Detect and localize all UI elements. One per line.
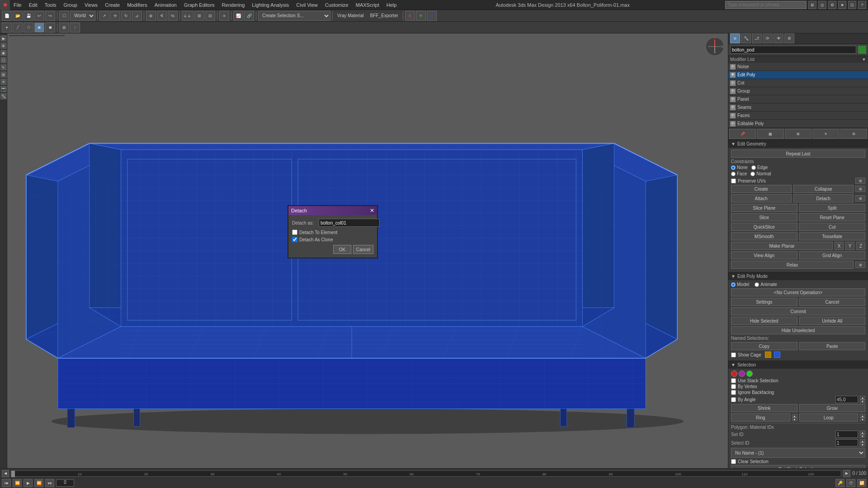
left-icon-1[interactable]: ▶ — [0, 35, 7, 42]
left-icon-3[interactable]: ◉ — [0, 50, 7, 56]
modifier-editable-poly[interactable]: 👁 Editable Poly — [728, 120, 868, 128]
timeline-next-btn[interactable]: ▶ — [843, 470, 850, 477]
menu-civil-view[interactable]: Civil View — [292, 0, 321, 10]
cot-vis-icon[interactable]: 👁 — [730, 80, 736, 86]
mod-light-btn[interactable]: ☀ — [812, 129, 839, 139]
percent-snap-btn[interactable]: % — [168, 11, 178, 21]
key-mode-btn[interactable]: 🔑 — [835, 479, 844, 487]
goto-end-btn[interactable]: ⏭ — [45, 479, 54, 487]
cage-color-swatch2[interactable] — [774, 352, 780, 358]
material-name-dropdown[interactable]: No Name - (1) — [731, 448, 865, 458]
slice-plane-btn[interactable]: Slice Plane — [731, 204, 797, 212]
copy-named-sel-btn[interactable]: Copy — [731, 342, 797, 350]
slice-btn[interactable]: Slice — [731, 213, 797, 221]
loop-btn2[interactable]: 🔁 — [857, 479, 866, 487]
menu-modifiers[interactable]: Modifiers — [123, 0, 151, 10]
preserve-uvs-settings-btn[interactable]: ⊞ — [855, 178, 865, 184]
mod-show2-btn[interactable]: ⊞ — [785, 129, 811, 139]
rotate-btn[interactable]: ↻ — [121, 11, 131, 21]
paste-named-sel-btn[interactable]: Paste — [799, 342, 866, 350]
show-cage-checkbox[interactable] — [731, 352, 736, 357]
msmooth-btn[interactable]: MSmooth — [731, 232, 797, 240]
utilities-tab-icon[interactable]: ⚙ — [784, 33, 794, 43]
hide-selected-btn[interactable]: Hide Selected — [731, 317, 797, 325]
x-axis-btn[interactable]: X — [405, 11, 415, 21]
detach-settings-btn[interactable]: ⊞ — [855, 195, 865, 202]
hide-unselected-btn[interactable]: Hide Unselected — [731, 326, 865, 334]
cage-color-swatch1[interactable] — [765, 352, 771, 358]
menu-edit[interactable]: Edit — [25, 0, 41, 10]
ribbon-btn[interactable]: ⊞ — [59, 23, 69, 33]
constraint-edge-radio[interactable] — [751, 165, 756, 170]
help-icon[interactable]: ? — [858, 1, 866, 9]
noise-vis-icon[interactable]: 👁 — [730, 64, 736, 70]
menu-group[interactable]: Group — [60, 0, 81, 10]
selection-title[interactable]: ▼ Selection — [728, 361, 868, 369]
create-selection-dropdown[interactable]: Create Selection S... — [258, 11, 330, 21]
left-icon-6[interactable]: ⊞ — [0, 71, 7, 78]
angle-snap-btn[interactable]: ∢ — [157, 11, 167, 21]
edit-geometry-title[interactable]: ▼ Edit Geometry — [728, 140, 868, 148]
timeline-prev-btn[interactable]: ◀ — [2, 470, 9, 477]
set-id-input[interactable] — [835, 431, 858, 438]
normal-btn[interactable]: ↑ — [70, 23, 80, 33]
detach-as-input[interactable] — [319, 219, 380, 227]
redo-btn[interactable]: ↪ — [45, 11, 55, 21]
mod-show-btn[interactable]: ▦ — [757, 129, 783, 139]
new-btn[interactable]: 📄 — [2, 11, 12, 21]
mirror-btn[interactable]: ⫝⫝ — [182, 11, 193, 21]
ring-up-btn[interactable]: ▲ — [792, 414, 797, 418]
frame-input[interactable]: 0 — [56, 479, 74, 487]
detach-as-clone-checkbox[interactable] — [292, 237, 297, 242]
grow-btn[interactable]: Grow — [799, 404, 866, 412]
menu-file[interactable]: File — [10, 0, 25, 10]
viewport[interactable]: [+] [Perspective] [Shaded] Total bolton_… — [7, 33, 728, 468]
sel-color-red[interactable] — [731, 371, 737, 377]
reset-plane-btn[interactable]: Reset Plane — [799, 213, 866, 221]
menu-customize[interactable]: Customize — [321, 0, 352, 10]
select-btn[interactable]: ↗ — [99, 11, 109, 21]
menu-lighting[interactable]: Lighting Analysis — [248, 0, 292, 10]
modifier-noise[interactable]: 👁 Noise — [728, 63, 868, 71]
angle-down-btn[interactable]: ▼ — [860, 399, 865, 403]
select-id-down-btn[interactable]: ▼ — [860, 443, 865, 446]
create-btn[interactable]: Create — [731, 185, 792, 193]
left-icon-5[interactable]: ✎ — [0, 64, 7, 70]
create-tab-icon[interactable]: ⊕ — [730, 33, 740, 43]
collapse-settings-btn[interactable]: ⊞ — [855, 186, 865, 192]
menu-create[interactable]: Create — [101, 0, 123, 10]
by-vertex-checkbox[interactable] — [731, 384, 736, 389]
make-planar-x-btn[interactable]: X — [835, 242, 844, 250]
loop-down-btn[interactable]: ▼ — [860, 418, 865, 421]
constraint-normal-radio[interactable] — [750, 172, 755, 176]
set-id-down-btn[interactable]: ▼ — [860, 434, 865, 438]
snap-toggle-btn[interactable]: ⊕ — [146, 11, 156, 21]
model-radio[interactable] — [731, 282, 736, 287]
by-angle-checkbox[interactable] — [731, 397, 736, 402]
array-btn[interactable]: ⊞ — [194, 11, 204, 21]
coord-system-dropdown[interactable]: World — [70, 11, 95, 21]
unhide-all-btn[interactable]: Unhide All — [799, 317, 866, 325]
modifier-faces[interactable]: 👁 Faces — [728, 112, 868, 120]
make-planar-btn[interactable]: Make Planar — [731, 242, 833, 250]
modifier-cot[interactable]: 👁 Cot — [728, 79, 868, 87]
set-id-up-btn[interactable]: ▲ — [860, 431, 865, 434]
menu-rendering[interactable]: Rendering — [218, 0, 249, 10]
left-icon-9[interactable]: 🔧 — [0, 93, 7, 99]
icon-btn-2[interactable]: ◎ — [818, 1, 826, 9]
mod-config-btn[interactable]: ⚙ — [840, 129, 867, 139]
search-input[interactable] — [725, 1, 807, 9]
undo-btn[interactable]: ↩ — [34, 11, 44, 21]
by-angle-input[interactable] — [835, 396, 858, 403]
constraint-face-radio[interactable] — [731, 172, 736, 176]
detach-btn[interactable]: Detach — [793, 194, 854, 202]
view-align-btn[interactable]: View Align — [731, 251, 797, 259]
edit-poly-mode-title[interactable]: ▼ Edit Poly Mode — [728, 272, 868, 280]
detach-ok-btn[interactable]: OK — [333, 245, 351, 254]
commit-btn[interactable]: Commit — [731, 307, 865, 315]
repeat-last-btn[interactable]: Repeat Last — [731, 150, 865, 158]
display-tab-icon[interactable]: 👁 — [774, 33, 783, 43]
prev-frame-btn[interactable]: ⏪ — [13, 479, 22, 487]
attach-btn[interactable]: Attach — [731, 194, 792, 202]
make-planar-y-btn[interactable]: Y — [845, 242, 854, 250]
